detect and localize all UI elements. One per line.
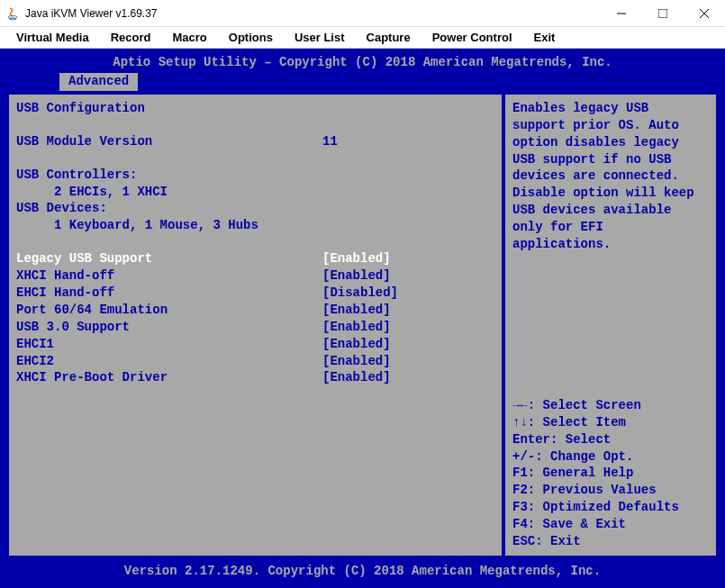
bios-settings-panel: USB Configuration USB Module Version 11 … xyxy=(7,93,503,557)
setting-label: EHCI2 xyxy=(16,353,322,370)
key-hint: →←: Select Screen xyxy=(512,397,709,414)
devices-value: 1 Keyboard, 1 Mouse, 3 Hubs xyxy=(16,217,494,234)
menubar: Virtual Media Record Macro Options User … xyxy=(0,27,725,49)
setting-port-6064-emulation[interactable]: Port 60/64 Emulation [Enabled] xyxy=(16,302,494,319)
menu-power-control[interactable]: Power Control xyxy=(423,29,521,46)
setting-value: [Enabled] xyxy=(322,267,494,285)
setting-value: [Enabled] xyxy=(322,336,494,353)
setting-label: USB 3.0 Support xyxy=(16,319,322,336)
setting-label: XHCI Pre-Boot Driver xyxy=(16,369,322,386)
minimize-button[interactable] xyxy=(601,0,642,26)
menu-exit[interactable]: Exit xyxy=(525,29,565,46)
setting-xhci-pre-boot-driver[interactable]: XHCI Pre-Boot Driver [Enabled] xyxy=(16,369,494,386)
key-hints: →←: Select Screen ↑↓: Select Item Enter:… xyxy=(512,397,709,550)
setting-label: Legacy USB Support xyxy=(16,250,322,267)
bios-tabs: Advanced xyxy=(2,73,723,91)
menu-options[interactable]: Options xyxy=(220,29,282,46)
key-hint: F1: General Help xyxy=(512,465,709,482)
key-hint: F3: Optimized Defaults xyxy=(512,499,709,516)
window-title: Java iKVM Viewer v1.69.37 xyxy=(25,7,601,20)
setting-xhci-hand-off[interactable]: XHCI Hand-off [Enabled] xyxy=(16,267,494,285)
bios-help-panel: Enables legacy USB support prior OS. Aut… xyxy=(503,93,718,557)
key-hint: F2: Previous Values xyxy=(512,482,709,499)
menu-record[interactable]: Record xyxy=(102,29,160,46)
setting-value: [Enabled] xyxy=(322,369,494,386)
setting-label: Port 60/64 Emulation xyxy=(16,302,322,319)
menu-capture[interactable]: Capture xyxy=(358,29,420,46)
key-hint: F4: Save & Exit xyxy=(512,516,709,533)
key-hint: Enter: Select xyxy=(512,431,709,448)
setting-usb-30-support[interactable]: USB 3.0 Support [Enabled] xyxy=(16,319,494,336)
key-hint: +/-: Change Opt. xyxy=(512,448,709,466)
help-text: Enables legacy USB support prior OS. Aut… xyxy=(512,100,709,253)
module-version-value: 11 xyxy=(322,133,494,150)
setting-value: [Enabled] xyxy=(322,250,494,267)
setting-ehci-hand-off[interactable]: EHCI Hand-off [Disabled] xyxy=(16,285,494,302)
svg-rect-3 xyxy=(658,9,667,18)
setting-ehci1[interactable]: EHCI1 [Enabled] xyxy=(16,336,494,353)
bios-main: USB Configuration USB Module Version 11 … xyxy=(5,91,720,559)
devices-label: USB Devices: xyxy=(16,200,494,217)
menu-macro[interactable]: Macro xyxy=(163,29,215,46)
setting-value: [Enabled] xyxy=(322,319,494,336)
key-hint: ESC: Exit xyxy=(512,533,709,550)
setting-label: EHCI1 xyxy=(16,336,322,353)
module-version-label: USB Module Version xyxy=(16,133,322,150)
setting-label: XHCI Hand-off xyxy=(16,267,322,285)
menu-virtual-media[interactable]: Virtual Media xyxy=(7,29,98,46)
menu-user-list[interactable]: User List xyxy=(285,29,354,46)
setting-ehci2[interactable]: EHCI2 [Enabled] xyxy=(16,353,494,370)
section-title: USB Configuration xyxy=(16,100,494,117)
setting-legacy-usb-support[interactable]: Legacy USB Support [Enabled] xyxy=(16,250,494,267)
maximize-button[interactable] xyxy=(642,0,684,26)
setting-value: [Enabled] xyxy=(322,302,494,319)
module-version-row: USB Module Version 11 xyxy=(16,133,494,150)
window-controls xyxy=(601,0,725,26)
bios-footer: Version 2.17.1249. Copyright (C) 2018 Am… xyxy=(2,559,723,583)
titlebar: Java iKVM Viewer v1.69.37 xyxy=(0,0,725,27)
controllers-label: USB Controllers: xyxy=(16,167,494,184)
close-button[interactable] xyxy=(684,0,725,26)
key-hint: ↑↓: Select Item xyxy=(512,414,709,431)
bios-header: Aptio Setup Utility – Copyright (C) 2018… xyxy=(2,50,723,73)
setting-value: [Disabled] xyxy=(322,285,494,302)
controllers-value: 2 EHCIs, 1 XHCI xyxy=(16,184,494,201)
java-icon xyxy=(5,6,20,21)
bios-screen[interactable]: Aptio Setup Utility – Copyright (C) 2018… xyxy=(0,49,725,588)
tab-advanced[interactable]: Advanced xyxy=(59,73,138,91)
setting-label: EHCI Hand-off xyxy=(16,285,322,302)
setting-value: [Enabled] xyxy=(322,353,494,370)
